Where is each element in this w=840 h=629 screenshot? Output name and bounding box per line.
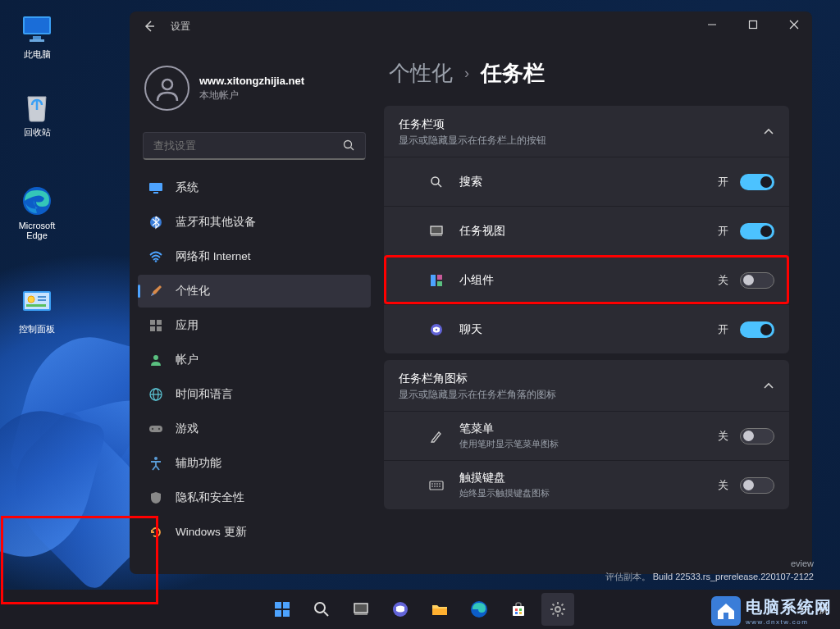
watermark-sub: www.dnxtw.com: [746, 618, 832, 626]
toggle-switch[interactable]: [740, 223, 774, 239]
taskbar-settings[interactable]: [541, 593, 574, 626]
setting-row-taskview: 任务视图 开: [384, 206, 789, 255]
svg-point-19: [155, 260, 158, 262]
svg-rect-45: [283, 602, 290, 608]
back-button[interactable]: [139, 16, 159, 36]
nav-item-system[interactable]: 系统: [138, 171, 371, 204]
settings-panel: 任务栏角图标显示或隐藏显示在任务栏角落的图标 笔菜单使用笔时显示笔菜单图标 关 …: [384, 360, 789, 509]
bluetooth-icon: [148, 214, 164, 230]
window-title: 设置: [171, 20, 190, 34]
nav-item-shield[interactable]: 隐私和安全性: [138, 481, 371, 514]
content-pane: 个性化 › 任务栏 任务栏项显示或隐藏显示在任务栏上的按钮 搜索 开 任务视图 …: [376, 41, 812, 574]
breadcrumb-parent[interactable]: 个性化: [389, 59, 453, 88]
svg-rect-17: [153, 192, 158, 194]
setting-row-search: 搜索 开: [384, 157, 789, 206]
toggle-switch[interactable]: [740, 272, 774, 289]
nav-item-account[interactable]: 帐户: [138, 344, 371, 376]
svg-rect-23: [157, 326, 162, 331]
search-box[interactable]: [143, 132, 366, 160]
svg-rect-28: [149, 426, 162, 432]
breadcrumb: 个性化 › 任务栏: [389, 59, 789, 88]
gamepad-icon: [148, 421, 164, 437]
settings-panel: 任务栏项显示或隐藏显示在任务栏上的按钮 搜索 开 任务视图 开 小组件 关 聊天…: [384, 106, 789, 353]
nav-item-gamepad[interactable]: 游戏: [138, 412, 371, 445]
svg-rect-1: [25, 18, 49, 33]
nav-label: 应用: [176, 318, 199, 333]
taskbar-chat[interactable]: [384, 593, 417, 626]
desktop-icon-label: 回收站: [24, 127, 51, 137]
build-watermark: eview 评估副本。 Build 22533.rs_prerelease.22…: [605, 558, 814, 583]
chat-icon: [428, 321, 445, 338]
toggle-switch[interactable]: [740, 174, 774, 190]
toggle-state-label: 开: [718, 175, 728, 189]
svg-rect-38: [437, 281, 442, 286]
nav-item-wifi[interactable]: 网络和 Internet: [138, 240, 371, 273]
close-button[interactable]: [783, 16, 806, 33]
keyboard-icon: [428, 477, 445, 494]
system-icon: [148, 180, 164, 196]
panel-header[interactable]: 任务栏角图标显示或隐藏显示在任务栏角落的图标: [384, 360, 789, 411]
svg-rect-53: [432, 608, 447, 615]
taskbar-start[interactable]: [266, 593, 299, 626]
panel-header[interactable]: 任务栏项显示或隐藏显示在任务栏上的按钮: [384, 106, 789, 157]
nav-item-bluetooth[interactable]: 蓝牙和其他设备: [138, 206, 371, 239]
desktop-icon-edge[interactable]: Microsoft Edge: [11, 185, 63, 240]
site-watermark: 电脑系统网 www.dnxtw.com: [711, 596, 832, 626]
svg-point-24: [153, 355, 158, 360]
setting-label: 小组件: [459, 273, 718, 288]
svg-line-49: [324, 612, 328, 616]
toggle-switch[interactable]: [740, 321, 774, 338]
svg-rect-57: [519, 608, 522, 611]
toggle-switch[interactable]: [740, 428, 774, 444]
arrow-left-icon: [143, 20, 156, 33]
svg-rect-35: [431, 235, 442, 236]
nav-label: 时间和语言: [176, 387, 233, 402]
nav-label: 帐户: [176, 353, 199, 367]
nav-item-apps[interactable]: 应用: [138, 309, 371, 342]
svg-point-29: [152, 428, 153, 430]
taskbar-store[interactable]: [502, 593, 535, 626]
monitor-icon: [21, 12, 53, 45]
nav-item-brush[interactable]: 个性化: [138, 275, 371, 308]
nav-label: Windows 更新: [176, 525, 247, 540]
desktop-icon-label: 控制面板: [19, 324, 55, 334]
svg-rect-46: [275, 610, 281, 617]
svg-rect-36: [431, 275, 436, 286]
svg-point-32: [431, 177, 439, 185]
search-input[interactable]: [153, 139, 343, 152]
nav-label: 网络和 Internet: [176, 249, 251, 264]
nav-label: 蓝牙和其他设备: [176, 215, 256, 230]
nav-item-accessibility[interactable]: 辅助功能: [138, 447, 371, 480]
setting-label: 搜索: [459, 175, 718, 189]
maximize-button[interactable]: [742, 16, 765, 33]
settings-window: 设置 www.xitongzhijia.net 本地帐户: [130, 11, 812, 574]
window-titlebar: 设置: [130, 11, 812, 41]
setting-row-keyboard: 触摸键盘始终显示触摸键盘图标 关: [384, 460, 789, 509]
taskbar-edge[interactable]: [463, 593, 495, 626]
taskbar-search[interactable]: [305, 593, 338, 626]
widgets-icon: [428, 272, 445, 289]
desktop-icon-recycle-bin[interactable]: 回收站: [11, 90, 63, 139]
svg-rect-44: [275, 602, 281, 608]
nav-item-update[interactable]: Windows 更新: [138, 516, 371, 549]
nav-item-globe[interactable]: 时间和语言: [138, 378, 371, 411]
desktop-icon-this-pc[interactable]: 此电脑: [11, 12, 63, 61]
nav-label: 系统: [176, 180, 199, 195]
taskbar-taskview[interactable]: [345, 593, 377, 626]
accessibility-icon: [148, 455, 164, 472]
taskbar-center: [266, 593, 574, 626]
taskbar-explorer[interactable]: [423, 593, 456, 626]
svg-point-40: [436, 328, 437, 330]
user-block[interactable]: www.xitongzhijia.net 本地帐户: [138, 51, 371, 129]
svg-line-33: [438, 184, 441, 187]
setting-row-widgets: 小组件 关: [384, 255, 789, 304]
svg-rect-55: [513, 606, 524, 616]
toggle-switch[interactable]: [740, 477, 774, 494]
watermark-text: 电脑系统网: [746, 596, 832, 618]
wifi-icon: [148, 248, 164, 265]
search-icon: [343, 139, 355, 152]
minimize-button[interactable]: [701, 16, 724, 33]
svg-rect-2: [33, 36, 41, 39]
desktop-icon-control-panel[interactable]: 控制面板: [11, 287, 63, 335]
account-icon: [148, 352, 164, 368]
